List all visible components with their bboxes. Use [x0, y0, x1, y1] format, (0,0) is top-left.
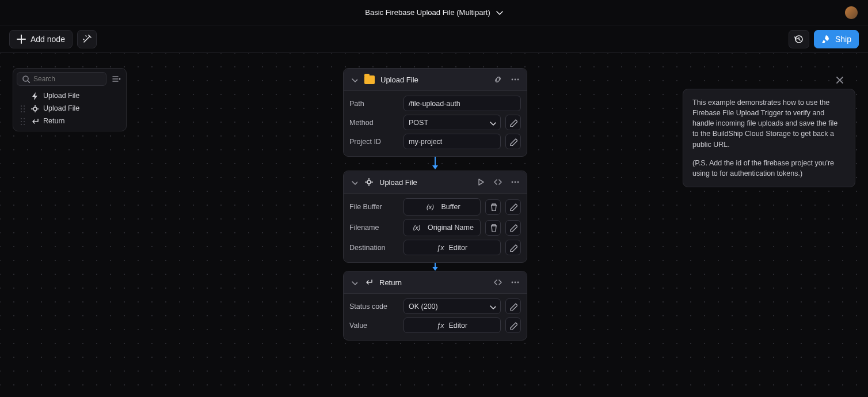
history-icon [794, 35, 804, 44]
folder-icon [364, 75, 375, 84]
node-return[interactable]: Return Status code OK (200) Value ƒx Edi… [343, 271, 527, 341]
field-label-project: Project ID [349, 138, 399, 146]
outline-item-label: Upload File [43, 92, 79, 100]
collapse-toggle[interactable] [349, 278, 359, 287]
buffer-value: Buffer [441, 203, 460, 211]
method-select[interactable]: POST [403, 115, 501, 130]
destination-value: Editor [449, 244, 468, 252]
toolbar: Add node Ship [0, 25, 868, 53]
more-button[interactable] [509, 176, 521, 188]
code-button[interactable] [492, 176, 504, 188]
variable-icon: (x) [424, 202, 436, 212]
path-value: /file-upload-auth [409, 100, 460, 108]
field-label-destination: Destination [349, 244, 399, 252]
outline-collapse-button[interactable] [110, 73, 123, 85]
code-button[interactable] [492, 277, 504, 288]
edit-filename-button[interactable] [505, 220, 521, 236]
node-title: Upload File [380, 75, 486, 84]
chevron-down-icon [489, 119, 496, 126]
app-header: Basic Firebase Upload File (Multipart) [0, 0, 868, 25]
field-label-status: Status code [349, 303, 399, 311]
node-upload[interactable]: Upload File File Buffer (x) Buffer Filen… [343, 171, 527, 263]
info-paragraph-2: (P.S. Add the id of the firebase project… [692, 158, 846, 179]
wand-icon [82, 35, 92, 44]
search-input[interactable] [33, 75, 101, 83]
method-value: POST [409, 119, 428, 127]
fx-icon: ƒx [437, 244, 444, 252]
collapse-icon [112, 75, 121, 83]
outline-item-upload[interactable]: Upload File [13, 102, 126, 115]
clear-buffer-button[interactable] [485, 199, 501, 215]
return-icon [364, 278, 374, 287]
edit-project-button[interactable] [505, 134, 521, 149]
buffer-input[interactable]: (x) Buffer [403, 198, 481, 215]
info-paragraph-1: This example demonstrates how to use the… [692, 97, 846, 150]
more-button[interactable] [509, 74, 521, 85]
value-value: Editor [449, 322, 468, 330]
node-header[interactable]: Upload File [344, 171, 527, 194]
rocket-icon [821, 35, 831, 44]
field-label-path: Path [349, 100, 399, 108]
close-icon [835, 75, 844, 85]
history-button[interactable] [789, 30, 809, 48]
variable-icon: (x) [410, 222, 423, 233]
workflow-title-dropdown[interactable]: Basic Firebase Upload File (Multipart) [365, 8, 502, 17]
filename-input[interactable]: (x) Original Name [403, 219, 481, 236]
more-button[interactable] [509, 277, 521, 288]
node-icon [31, 104, 39, 112]
edit-buffer-button[interactable] [505, 199, 521, 215]
outline-panel: Upload File Upload File Return [13, 68, 127, 131]
chevron-down-icon [489, 303, 496, 310]
run-button[interactable] [475, 176, 486, 188]
clear-filename-button[interactable] [485, 220, 501, 236]
node-title: Return [379, 278, 486, 287]
workflow-title: Basic Firebase Upload File (Multipart) [365, 8, 490, 17]
node-title: Upload File [379, 178, 469, 187]
outline-item-label: Upload File [43, 104, 79, 112]
avatar[interactable] [845, 6, 858, 19]
project-value: my-project [409, 138, 442, 146]
field-label-method: Method [349, 119, 399, 127]
project-input[interactable]: my-project [403, 134, 501, 149]
field-label-value: Value [349, 322, 399, 330]
filename-value: Original Name [428, 224, 474, 232]
drag-handle-icon[interactable] [19, 117, 26, 125]
ship-button[interactable]: Ship [814, 30, 859, 48]
add-node-button[interactable]: Add node [9, 30, 73, 48]
edit-status-button[interactable] [505, 298, 521, 314]
status-value: OK (200) [409, 303, 438, 311]
outline-item-return[interactable]: Return [13, 115, 126, 127]
outline-search[interactable] [17, 72, 106, 86]
status-select[interactable]: OK (200) [403, 298, 501, 314]
path-input[interactable]: /file-upload-auth [403, 96, 521, 111]
value-input[interactable]: ƒx Editor [403, 317, 501, 333]
close-info-button[interactable] [832, 73, 847, 88]
field-label-buffer: File Buffer [349, 203, 399, 211]
magic-wand-button[interactable] [77, 30, 97, 48]
outline-item-label: Return [43, 117, 65, 125]
outline-item-trigger[interactable]: Upload File [13, 89, 126, 102]
bolt-icon [31, 92, 39, 100]
edit-destination-button[interactable] [505, 240, 521, 255]
search-icon [22, 75, 30, 83]
collapse-toggle[interactable] [349, 177, 359, 187]
plus-icon [17, 35, 26, 44]
node-header[interactable]: Return [344, 271, 527, 294]
link-button[interactable] [492, 74, 504, 85]
node-icon [364, 177, 374, 187]
collapse-toggle[interactable] [349, 75, 359, 84]
field-label-filename: Filename [349, 224, 399, 232]
drag-handle-icon[interactable] [19, 104, 26, 112]
edit-method-button[interactable] [505, 115, 521, 130]
chevron-down-icon [495, 9, 503, 17]
node-trigger[interactable]: Upload File Path /file-upload-auth Metho… [343, 68, 527, 157]
destination-input[interactable]: ƒx Editor [403, 240, 501, 255]
fx-icon: ƒx [437, 322, 444, 330]
info-panel: This example demonstrates how to use the… [683, 89, 855, 187]
ship-label: Ship [835, 35, 851, 44]
add-node-label: Add node [31, 35, 65, 44]
return-icon [31, 117, 39, 125]
node-header[interactable]: Upload File [344, 69, 527, 91]
edit-value-button[interactable] [505, 317, 521, 333]
